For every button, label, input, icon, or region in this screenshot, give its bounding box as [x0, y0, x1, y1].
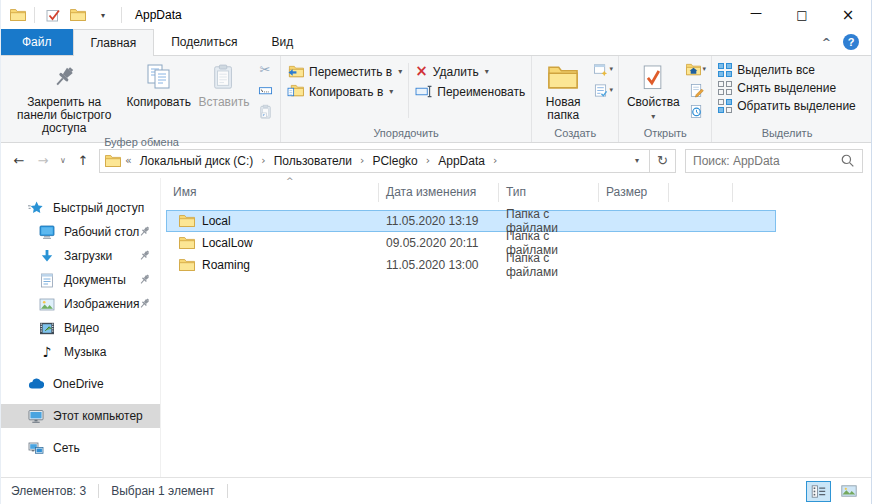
select-all-button[interactable]: Выделить все	[715, 63, 859, 77]
paste-shortcut-button[interactable]	[253, 102, 277, 120]
status-separator	[227, 484, 228, 498]
selection-text: Выбран 1 элемент	[111, 484, 214, 498]
breadcrumb-item-user[interactable]: PClegko	[368, 154, 421, 168]
copy-path-button[interactable]	[253, 81, 277, 99]
tab-home[interactable]: Главная	[73, 29, 155, 56]
sidebar-item-label: Этот компьютер	[53, 409, 143, 423]
open-location-button[interactable]: ▾	[684, 60, 708, 78]
breadcrumb-item-users[interactable]: Пользователи	[270, 154, 356, 168]
paste-button[interactable]: Вставить	[195, 57, 253, 135]
forward-button[interactable]: →	[31, 153, 55, 168]
tab-view[interactable]: Вид	[254, 29, 310, 55]
file-name-cell: LocalLow	[166, 236, 379, 250]
recent-locations-button[interactable]: ∨	[55, 156, 71, 165]
sidebar-item-desktop[interactable]: Рабочий стол	[1, 220, 160, 244]
chevron-down-icon: ▾	[485, 67, 489, 76]
window-title: AppData	[135, 8, 182, 22]
address-folder-icon	[105, 154, 121, 168]
address-dropdown-button[interactable]: ▾	[627, 156, 647, 165]
close-button[interactable]: ×	[825, 0, 871, 30]
main-area: Быстрый доступ Рабочий стол Загрузки Док…	[1, 178, 871, 477]
close-icon: ×	[842, 6, 855, 24]
breadcrumb-truncation-icon: «	[123, 154, 134, 167]
breadcrumb-item-drive[interactable]: Локальный диск (C:)	[136, 154, 258, 168]
search-input[interactable]	[693, 154, 840, 168]
sidebar-item-videos[interactable]: Видео	[1, 316, 160, 340]
thumbnails-view-icon	[841, 485, 857, 497]
select-none-icon	[718, 81, 732, 95]
tab-file[interactable]: Файл	[1, 29, 73, 55]
copy-button[interactable]: Копировать	[122, 57, 195, 135]
title-bar: ▾ AppData — □ ×	[1, 0, 871, 30]
properties-check-icon	[45, 7, 61, 23]
sidebar-item-documents[interactable]: Документы	[1, 268, 160, 292]
column-header-date[interactable]: Дата изменения	[379, 183, 499, 202]
delete-button[interactable]: × Удалить ▾	[412, 64, 528, 79]
file-row-local[interactable]: Local 11.05.2020 13:19 Папка с файлами	[166, 210, 776, 232]
paste-label: Вставить	[199, 96, 250, 109]
file-name: LocalLow	[202, 236, 253, 250]
help-button[interactable]: ?	[843, 34, 859, 50]
sidebar-item-downloads[interactable]: Загрузки	[1, 244, 160, 268]
refresh-button[interactable]: ↻	[650, 149, 676, 173]
sidebar-item-quick-access[interactable]: Быстрый доступ	[1, 196, 160, 220]
sidebar-item-label: Музыка	[64, 345, 106, 359]
new-folder-button[interactable]: Новая папка	[535, 57, 591, 126]
organize-move-copy-column: Переместить в ▾ Копировать в ▾	[284, 57, 405, 126]
new-item-button[interactable]: ▾	[591, 60, 615, 78]
edit-button[interactable]	[684, 81, 708, 99]
sidebar-item-onedrive[interactable]: OneDrive	[1, 372, 160, 396]
easy-access-button[interactable]: ▾	[591, 81, 615, 99]
qat-properties-button[interactable]	[43, 4, 63, 26]
sidebar-item-label: Видео	[64, 321, 99, 335]
pin-to-quick-access-button[interactable]: Закрепить на панели быстрого доступа	[6, 57, 122, 135]
column-header-size[interactable]: Размер	[599, 183, 669, 202]
select-group-label: Выделить	[712, 126, 862, 142]
breadcrumb-separator-icon: ›	[424, 154, 432, 167]
address-bar[interactable]: « Локальный диск (C:) › Пользователи › P…	[99, 149, 650, 173]
explorer-window: ▾ AppData — □ × Файл Главная Поделиться …	[0, 0, 872, 504]
sidebar-item-music[interactable]: ♪ Музыка	[1, 340, 160, 364]
select-none-button[interactable]: Снять выделение	[715, 81, 859, 95]
select-all-label: Выделить все	[737, 63, 815, 77]
copy-to-button[interactable]: Копировать в ▾	[284, 84, 405, 99]
rename-label: Переименовать	[437, 85, 525, 99]
quick-access-star-icon	[28, 200, 44, 216]
breadcrumb-item-appdata[interactable]: AppData	[434, 154, 489, 168]
thumbnails-view-button[interactable]	[836, 481, 861, 502]
file-row-roaming[interactable]: Roaming 11.05.2020 13:00 Папка с файлами	[166, 254, 776, 276]
paste-shortcut-icon	[258, 104, 273, 119]
qat-customize-button[interactable]: ▾	[93, 4, 113, 26]
properties-button[interactable]: Свойства ▾	[622, 57, 684, 126]
back-button[interactable]: ←	[7, 153, 31, 168]
sidebar-item-label: Документы	[64, 273, 126, 287]
invert-selection-button[interactable]: Обратить выделение	[715, 99, 859, 113]
column-header-name[interactable]: Имя	[166, 183, 379, 202]
column-header-type[interactable]: Тип	[499, 183, 599, 202]
sidebar-item-pictures[interactable]: Изображения	[1, 292, 160, 316]
minimize-button[interactable]: —	[733, 0, 779, 30]
sidebar-item-this-pc[interactable]: Этот компьютер	[1, 404, 160, 428]
properties-icon	[641, 59, 665, 95]
clipboard-small-buttons: ✂	[253, 57, 277, 135]
pushpin-icon	[51, 59, 77, 95]
organize-group-label: Упорядочить	[281, 126, 531, 142]
collapse-ribbon-button[interactable]: ^	[822, 36, 831, 49]
column-headers: ^ Имя Дата изменения Тип Размер	[166, 180, 871, 204]
documents-icon	[39, 273, 55, 288]
move-to-button[interactable]: Переместить в ▾	[284, 64, 405, 79]
sidebar-item-network[interactable]: Сеть	[1, 436, 160, 460]
details-view-button[interactable]	[806, 481, 831, 502]
file-row-locallow[interactable]: LocalLow 09.05.2020 20:11 Папка с файлам…	[166, 232, 776, 254]
chevron-down-icon: ▾	[651, 110, 655, 123]
sidebar-item-label: Изображения	[64, 297, 139, 311]
file-date-cell: 09.05.2020 20:11	[379, 236, 499, 250]
rename-button[interactable]: Переименовать	[412, 84, 528, 99]
music-icon: ♪	[39, 344, 55, 360]
up-button[interactable]: ↑	[71, 153, 95, 168]
tab-share[interactable]: Поделиться	[154, 29, 254, 55]
history-button[interactable]	[684, 102, 708, 120]
maximize-button[interactable]: □	[779, 0, 825, 30]
qat-new-folder-button[interactable]	[68, 4, 88, 26]
cut-button[interactable]: ✂	[253, 60, 277, 78]
